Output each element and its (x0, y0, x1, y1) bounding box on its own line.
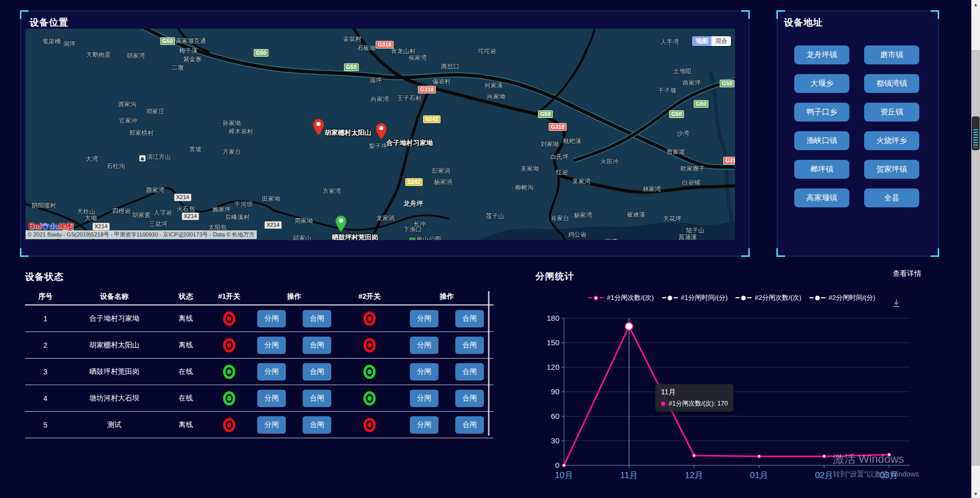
view-details-link[interactable]: 查看详情 (893, 269, 921, 278)
map-place-label: 沙湾 (677, 129, 689, 138)
close-switch-button[interactable]: 合闸 (455, 310, 484, 327)
close-switch-button[interactable]: 合闸 (455, 416, 484, 434)
close-switch-button[interactable]: 合闸 (303, 337, 331, 354)
address-button[interactable]: 榔坪镇 (794, 160, 849, 179)
legend-marker (594, 296, 598, 300)
baidu-paw-icon (41, 222, 49, 230)
road-badge: S242 (405, 178, 423, 186)
map-place-label: 何家溪 (484, 81, 503, 90)
road-badge: S242 (423, 115, 440, 123)
close-switch-button[interactable]: 合闸 (303, 390, 331, 407)
road-badge: G318 (549, 123, 567, 131)
svg-text:120: 120 (547, 363, 559, 371)
legend-item[interactable]: #2分闸次数/(次) (736, 293, 801, 302)
map-pin[interactable]: 合子坳村习家坳 (376, 123, 387, 141)
map-place-label: 后峰溪村 (225, 213, 250, 222)
chart-legend: #1分闸次数/(次)#1分闸时间/(分)#2分闸次数/(次)#2分闸时间/(分) (588, 293, 875, 302)
scrollbar-thumb[interactable] (971, 50, 980, 466)
map-place-label: 人字岩 (154, 208, 172, 217)
address-button[interactable]: 鸭子口乡 (794, 103, 849, 122)
close-switch-button[interactable]: 合闸 (455, 363, 484, 381)
device-location-title: 设备位置 (30, 16, 68, 29)
road-badge: G318 (723, 157, 735, 164)
map-place-label: ▲清江方山 (139, 153, 171, 161)
map-place-label: 邱家山 (293, 234, 311, 240)
open-switch-button[interactable]: 分闸 (257, 363, 286, 381)
map-place-label: 渡家沟 (118, 100, 136, 109)
tooltip-month: 11月 (661, 388, 728, 397)
address-button[interactable]: 龙舟坪镇 (794, 45, 849, 64)
map-place-label: 孙家坳 (223, 119, 241, 128)
map-pin[interactable]: 晒鼓坪村荒田岗 (335, 216, 347, 234)
svg-text:01月: 01月 (750, 470, 768, 480)
table-row: 5测试离线分闸合闸分闸合闸 (25, 412, 494, 438)
map-place-label: 彭家淌 (432, 167, 450, 175)
road-badge: X214 (182, 212, 199, 220)
open-switch-button[interactable]: 分闸 (257, 416, 286, 434)
map-type-hybrid-button[interactable]: 混合 (712, 36, 731, 46)
map-place-label: 欧家圈子 (680, 164, 705, 173)
device-status: 离线 (163, 341, 209, 350)
table-scrollbar[interactable] (488, 291, 489, 436)
close-switch-button[interactable]: 合闸 (303, 363, 331, 381)
map-type-map-button[interactable]: 地图 (692, 36, 712, 46)
open-switch-button[interactable]: 分闸 (257, 337, 286, 354)
map-place-label: 颜家湾 (146, 186, 164, 195)
page-scrollbar[interactable]: ▲ ▼ (971, 0, 980, 498)
address-button[interactable]: 大堰乡 (794, 74, 849, 93)
address-button[interactable]: 火烧坪乡 (864, 131, 919, 150)
address-button[interactable]: 都镇湾镇 (864, 74, 919, 93)
table-row: 2胡家棚村太阳山离线分闸合闸分闸合闸 (25, 332, 494, 359)
address-button[interactable]: 高家堰镇 (794, 188, 849, 207)
open-switch-button[interactable]: 分闸 (410, 363, 438, 381)
row-seq: 4 (25, 394, 66, 402)
legend-marker (741, 296, 746, 300)
open-switch-button[interactable]: 分闸 (410, 310, 438, 327)
legend-item[interactable]: #1分闸次数/(次) (588, 293, 654, 302)
baidu-map[interactable]: 笔架槽洞坪天鹅抱蛋胡家湾高家堰互通梅子溪紫金寨二墩金盆村石板坳青龙山村侯家湾坨坨… (26, 29, 735, 240)
map-place-label: 郑家榜村 (129, 129, 154, 137)
map-place-label: 方家台 (223, 148, 241, 156)
map-place-label: ▲南山公园 (409, 235, 441, 240)
map-pin[interactable]: 胡家棚村太阳山 (313, 119, 324, 137)
map-place-label: 田家坳 (262, 195, 280, 203)
open-switch-button[interactable]: 分闸 (410, 337, 438, 354)
close-switch-button[interactable]: 合闸 (455, 337, 484, 354)
map-place-label: 梨子坪 (369, 142, 387, 151)
device-status: 在线 (163, 394, 209, 403)
open-switch-button[interactable]: 分闸 (257, 390, 286, 407)
map-type-switcher[interactable]: 地图 混合 (692, 36, 731, 46)
table-header-cell: 序号 (25, 292, 66, 301)
road-badge: G50 (344, 63, 359, 71)
close-switch-button[interactable]: 合闸 (303, 416, 331, 434)
legend-item[interactable]: #2分闸时间/(分) (810, 293, 875, 302)
legend-label: #1分闸次数/(次) (607, 293, 654, 302)
open-switch-button[interactable]: 分闸 (410, 416, 438, 434)
address-button[interactable]: 渔峡口镇 (794, 131, 849, 150)
close-switch-button[interactable]: 合闸 (303, 310, 331, 327)
map-place-label: 大湾 (86, 155, 98, 163)
map-place-label: 梅子溪 (179, 46, 198, 55)
map-place-label: 胡家窝 (132, 211, 151, 220)
svg-text:10月: 10月 (555, 470, 573, 480)
svg-text:12月: 12月 (685, 470, 703, 480)
map-place-label: 阴阳坡村 (32, 201, 56, 210)
scroll-position-widget[interactable] (972, 116, 979, 150)
map-place-label: 向家坳 (487, 92, 505, 101)
table-header-cell: 操作 (250, 292, 339, 301)
open-switch-button[interactable]: 分闸 (410, 390, 438, 407)
close-switch-button[interactable]: 合闸 (455, 390, 484, 407)
scrollbar-down-arrow[interactable]: ▼ (971, 489, 980, 498)
legend-marker (600, 297, 604, 298)
open-switch-button[interactable]: 分闸 (257, 310, 286, 327)
address-button[interactable]: 全县 (864, 188, 919, 207)
legend-marker (810, 297, 814, 298)
legend-marker (747, 297, 751, 298)
address-button[interactable]: 资丘镇 (864, 103, 919, 122)
road-badge: G50 (254, 49, 268, 57)
address-button[interactable]: 磨市镇 (864, 45, 919, 64)
legend-item[interactable]: #1分闸时间/(分) (662, 293, 728, 302)
address-button[interactable]: 贺家坪镇 (864, 160, 919, 179)
map-place-label: 白岩铺 (682, 178, 700, 187)
scrollbar-up-arrow[interactable]: ▲ (971, 0, 980, 9)
